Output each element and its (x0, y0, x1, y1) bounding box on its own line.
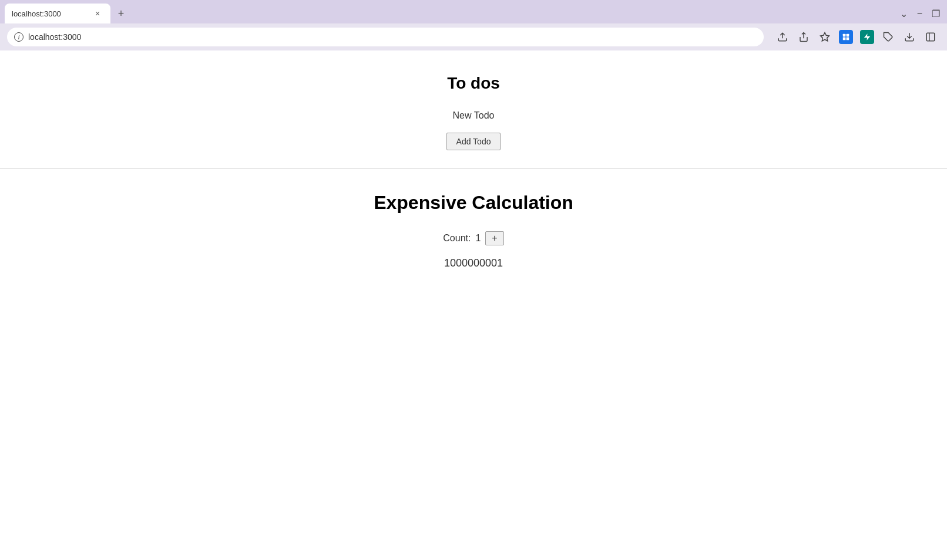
calc-section: Expensive Calculation Count: 1 + 1000000… (0, 168, 947, 293)
tab-title: localhost:3000 (12, 9, 61, 18)
extension2-badge (860, 30, 874, 44)
download-icon[interactable] (900, 28, 919, 46)
count-label: Count: (443, 233, 471, 244)
svg-rect-2 (847, 34, 849, 37)
tab-controls: ⌄ − ❐ (898, 6, 942, 22)
svg-marker-0 (821, 33, 830, 41)
extension2-icon[interactable] (858, 28, 877, 46)
calc-title: Expensive Calculation (374, 192, 573, 214)
calc-result: 1000000001 (444, 257, 503, 269)
page-content: To dos New Todo Add Todo Expensive Calcu… (0, 50, 947, 560)
active-tab[interactable]: localhost:3000 × (5, 4, 110, 23)
browser-chrome: localhost:3000 × + ⌄ − ❐ i localhost:300… (0, 0, 947, 50)
url-text: localhost:3000 (28, 32, 81, 42)
add-todo-button[interactable]: Add Todo (446, 133, 501, 150)
todo-title: To dos (447, 74, 500, 93)
bookmark-icon[interactable] (815, 28, 834, 46)
count-value: 1 (475, 233, 481, 244)
extensions-icon[interactable] (879, 28, 898, 46)
url-bar[interactable]: i localhost:3000 (7, 28, 764, 46)
restore-button[interactable]: ❐ (929, 6, 942, 22)
tab-bar: localhost:3000 × + ⌄ − ❐ (0, 0, 947, 23)
svg-rect-3 (843, 38, 846, 41)
info-icon: i (14, 32, 23, 42)
count-row: Count: 1 + (443, 231, 503, 245)
minimize-button[interactable]: − (915, 6, 925, 21)
extension1-badge (839, 30, 853, 44)
sidebar-icon[interactable] (921, 28, 940, 46)
dropdown-button[interactable]: ⌄ (898, 6, 910, 22)
address-bar: i localhost:3000 (0, 23, 947, 50)
todo-input-label: New Todo (453, 110, 495, 121)
todo-section: To dos New Todo Add Todo (0, 50, 947, 168)
svg-rect-5 (926, 33, 935, 41)
upload-icon[interactable] (773, 28, 792, 46)
new-tab-button[interactable]: + (113, 5, 129, 22)
share-icon[interactable] (794, 28, 813, 46)
svg-rect-1 (843, 34, 846, 37)
increment-button[interactable]: + (485, 231, 503, 245)
toolbar-icons (773, 28, 940, 46)
svg-rect-4 (847, 38, 849, 41)
extension1-icon[interactable] (837, 28, 855, 46)
tab-close-button[interactable]: × (92, 8, 103, 19)
